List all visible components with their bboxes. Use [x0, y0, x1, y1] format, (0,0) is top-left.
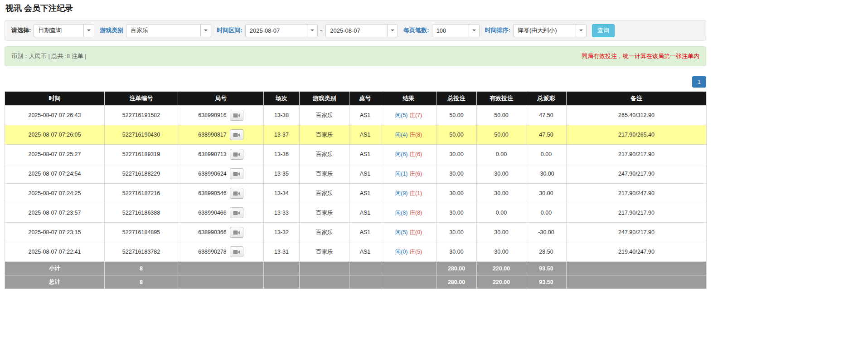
game-type-dropdown[interactable]: 百家乐 — [126, 24, 211, 37]
cell-bet-id: 522716190430 — [105, 125, 178, 145]
cell-time: 2025-08-07 07:26:05 — [5, 125, 105, 145]
cell-summary-empty — [300, 275, 349, 289]
chevron-down-icon[interactable] — [576, 25, 586, 37]
round-video-button[interactable] — [230, 227, 243, 238]
page-size-value: 100 — [432, 25, 469, 37]
cell-summary-valid-bet: 220.00 — [477, 275, 526, 289]
cell-result: 闲(4)庄(8) — [381, 125, 436, 145]
column-header-3: 局号 — [178, 92, 264, 106]
cell-valid-bet: 0.00 — [477, 203, 526, 223]
cell-bet-id: 522716189319 — [105, 145, 178, 164]
chevron-down-icon[interactable] — [83, 25, 94, 37]
cell-round: 638990466 — [178, 203, 264, 223]
column-header-9: 有效投注 — [477, 92, 526, 106]
video-icon — [233, 132, 240, 138]
search-button[interactable]: 查询 — [592, 24, 615, 37]
column-header-2: 注单编号 — [105, 92, 178, 106]
cell-note: 247.90/217.90 — [567, 164, 707, 184]
cell-valid-bet: 30.00 — [477, 242, 526, 262]
cell-game-type: 百家乐 — [300, 242, 349, 262]
cell-bet-id: 522716187216 — [105, 184, 178, 203]
cell-session: 13-32 — [264, 223, 300, 242]
round-video-button[interactable] — [230, 188, 243, 199]
round-video-button[interactable] — [230, 246, 243, 257]
cell-bet-id: 522716191582 — [105, 106, 178, 125]
result-banker: 庄(5) — [410, 249, 422, 255]
video-icon — [233, 230, 240, 235]
sort-order-dropdown[interactable]: 降幂(由大到小) — [513, 24, 587, 37]
round-number: 638990624 — [198, 171, 227, 177]
summary-currency-text: 币别：人民币 | 总共 :8 注单 | — [11, 52, 87, 60]
cell-total-bet[interactable]: 50.00 — [436, 125, 477, 145]
cell-round: 638990278 — [178, 242, 264, 262]
chevron-down-icon[interactable] — [200, 25, 211, 37]
result-player: 闲(8) — [395, 210, 408, 216]
cell-summary-payout: 93.50 — [526, 275, 567, 289]
result-banker: 庄(8) — [410, 132, 422, 138]
cell-result: 闲(1)庄(6) — [381, 164, 436, 184]
table-header-row: 时间注单编号局号场次游戏类别桌号结果总投注有效投注总派彩备注 — [5, 92, 707, 106]
cell-total-bet[interactable]: 30.00 — [436, 203, 477, 223]
result-player: 闲(4) — [395, 132, 408, 138]
pagination-page-1[interactable]: 1 — [692, 76, 706, 88]
cell-session: 13-38 — [264, 106, 300, 125]
cell-payout: 28.50 — [526, 242, 567, 262]
cell-valid-bet: 50.00 — [477, 125, 526, 145]
table-row: 2025-08-07 07:26:43 522716191582 6389909… — [5, 106, 707, 125]
result-banker: 庄(6) — [410, 171, 422, 177]
cell-session: 13-36 — [264, 145, 300, 164]
cell-summary-empty — [567, 262, 707, 275]
date-to-dropdown[interactable]: 2025-08-07 — [325, 24, 398, 37]
cell-result: 闲(0)庄(5) — [381, 242, 436, 262]
cell-total-bet[interactable]: 30.00 — [436, 242, 477, 262]
cell-total-bet[interactable]: 30.00 — [436, 164, 477, 184]
cell-valid-bet: 30.00 — [477, 223, 526, 242]
cell-result: 闲(6)庄(6) — [381, 145, 436, 164]
page-size-dropdown[interactable]: 100 — [432, 24, 480, 37]
cell-total-bet[interactable]: 30.00 — [436, 223, 477, 242]
cell-summary-empty — [264, 262, 300, 275]
video-icon — [233, 171, 240, 177]
cell-game-type: 百家乐 — [300, 164, 349, 184]
cell-payout: -30.00 — [526, 164, 567, 184]
select-type-dropdown[interactable]: 日期查询 — [34, 24, 94, 37]
round-video-button[interactable] — [230, 168, 243, 179]
cell-game-type: 百家乐 — [300, 223, 349, 242]
cell-total-bet[interactable]: 30.00 — [436, 145, 477, 164]
cell-summary-label: 总计 — [5, 275, 105, 289]
cell-result: 闲(5)庄(0) — [381, 223, 436, 242]
cell-session: 13-37 — [264, 125, 300, 145]
chevron-down-icon[interactable] — [469, 25, 479, 37]
cell-summary-empty — [381, 275, 436, 289]
table-row: 2025-08-07 07:23:15 522716184895 6389903… — [5, 223, 707, 242]
summary-note-text: 同局有效投注，统一计算在该局第一张注单内 — [582, 52, 699, 60]
cell-round: 638990546 — [178, 184, 264, 203]
cell-payout: -30.00 — [526, 223, 567, 242]
round-video-button[interactable] — [230, 207, 243, 218]
cell-round: 638990366 — [178, 223, 264, 242]
round-video-button[interactable] — [230, 129, 243, 140]
date-from-dropdown[interactable]: 2025-08-07 — [245, 24, 318, 37]
result-banker: 庄(1) — [410, 190, 422, 196]
table-row: 2025-08-07 07:24:25 522716187216 6389905… — [5, 184, 707, 203]
column-header-7: 结果 — [381, 92, 436, 106]
cell-game-type: 百家乐 — [300, 106, 349, 125]
cell-summary-empty — [300, 262, 349, 275]
cell-payout: 47.50 — [526, 106, 567, 125]
cell-total-bet[interactable]: 30.00 — [436, 184, 477, 203]
round-video-button[interactable] — [230, 149, 243, 160]
round-number: 638990713 — [198, 151, 227, 157]
chevron-down-icon[interactable] — [387, 25, 398, 37]
cell-valid-bet: 30.00 — [477, 164, 526, 184]
column-header-1: 时间 — [5, 92, 105, 106]
chevron-down-icon[interactable] — [307, 25, 317, 37]
cell-summary-count: 8 — [105, 275, 178, 289]
cell-game-type: 百家乐 — [300, 184, 349, 203]
round-video-button[interactable] — [230, 110, 243, 121]
cell-time: 2025-08-07 07:23:15 — [5, 223, 105, 242]
table-row: 2025-08-07 07:22:41 522716183782 6389902… — [5, 242, 707, 262]
column-header-6: 桌号 — [349, 92, 381, 106]
records-table: 时间注单编号局号场次游戏类别桌号结果总投注有效投注总派彩备注 2025-08-0… — [5, 91, 707, 289]
cell-total-bet[interactable]: 50.00 — [436, 106, 477, 125]
cell-session: 13-34 — [264, 184, 300, 203]
